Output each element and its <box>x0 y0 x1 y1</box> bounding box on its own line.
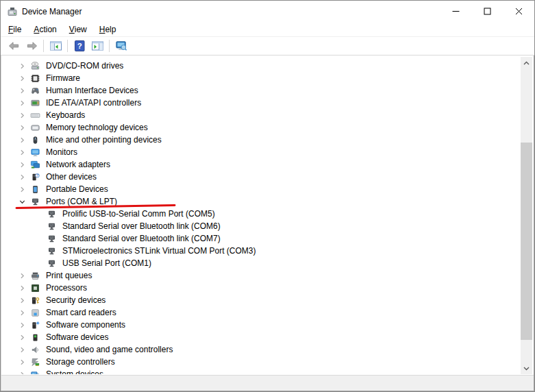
menu-item-view[interactable]: View <box>63 22 93 36</box>
back-button[interactable] <box>5 38 23 54</box>
menu-item-action[interactable]: Action <box>27 22 62 36</box>
tree-item[interactable]: IDE ATA/ATAPI controllers <box>1 97 521 109</box>
tree-item[interactable]: ?Other devices <box>1 171 521 183</box>
chevron-right-icon[interactable] <box>15 97 29 108</box>
chevron-right-icon[interactable] <box>15 184 29 195</box>
tree-item-label: Portable Devices <box>45 184 110 194</box>
printer-icon <box>29 270 41 281</box>
ide-controller-icon <box>29 97 41 108</box>
tree-item[interactable]: Standard Serial over Bluetooth link (COM… <box>1 220 521 232</box>
tree-item[interactable]: Ports (COM & LPT) <box>1 195 521 208</box>
tree-item[interactable]: Security devices <box>1 294 521 306</box>
forward-icon <box>25 40 38 51</box>
tree-item[interactable]: Software devices <box>1 331 521 343</box>
tree-item[interactable]: Storage controllers <box>1 356 521 368</box>
serial-port-icon <box>45 221 58 232</box>
tree-item[interactable]: Firmware <box>1 72 521 84</box>
maximize-button[interactable] <box>471 1 503 22</box>
tree-item[interactable]: Sound, video and game controllers <box>1 343 521 356</box>
titlebar: Device Manager <box>1 1 534 22</box>
tree-item-label: Software components <box>45 320 127 330</box>
chevron-right-icon[interactable] <box>15 147 29 158</box>
tree-item[interactable]: Processors <box>1 282 521 294</box>
chevron-right-icon[interactable] <box>15 171 29 182</box>
chevron-right-icon[interactable] <box>15 270 29 281</box>
tree-item-label: Security devices <box>45 295 107 305</box>
chevron-right-icon[interactable] <box>15 282 29 293</box>
dvd-drive-icon <box>29 60 41 71</box>
tree-item-label: Smart card readers <box>45 308 118 317</box>
tree-item-label: Keyboards <box>45 110 86 120</box>
vertical-scrollbar[interactable] <box>521 57 532 374</box>
serial-port-icon <box>45 245 58 256</box>
scrollbar-thumb[interactable] <box>521 143 532 340</box>
tree-item-label: Network adapters <box>45 160 112 169</box>
serial-port-icon <box>45 233 58 244</box>
tree-item-label: Storage controllers <box>45 357 116 367</box>
tree-item[interactable]: Standard Serial over Bluetooth link (COM… <box>1 232 521 245</box>
tree-item[interactable]: System devices <box>1 368 521 374</box>
tree-item-label: USB Serial Port (COM1) <box>61 258 153 268</box>
tree-item[interactable]: Monitors <box>1 146 521 158</box>
chevron-right-icon[interactable] <box>15 85 29 96</box>
chevron-right-icon[interactable] <box>15 295 29 306</box>
tree-item-label: Ports (COM & LPT) <box>45 197 119 206</box>
help-button[interactable]: ? <box>71 38 88 54</box>
tree-item[interactable]: Portable Devices <box>1 183 521 195</box>
chevron-right-icon[interactable] <box>15 122 29 133</box>
close-button[interactable] <box>503 1 534 22</box>
tree-item[interactable]: USB Serial Port (COM1) <box>1 257 521 269</box>
serial-port-icon <box>29 196 41 207</box>
processor-icon <box>29 282 41 293</box>
chevron-right-icon[interactable] <box>15 134 29 145</box>
tree-item[interactable]: Software components <box>1 319 521 331</box>
chevron-right-icon[interactable] <box>15 60 29 71</box>
tree-item-label: Sound, video and game controllers <box>45 345 174 354</box>
toolbar-separator <box>67 40 68 52</box>
tree-item-label: Processors <box>45 283 88 293</box>
forward-button[interactable] <box>23 38 40 54</box>
chevron-right-icon[interactable] <box>15 332 29 343</box>
scan-hardware-icon <box>115 40 128 51</box>
minimize-button[interactable] <box>440 1 471 22</box>
chevron-right-icon[interactable] <box>15 369 29 374</box>
tree-item[interactable]: Mice and other pointing devices <box>1 134 521 146</box>
tree-item[interactable]: Prolific USB-to-Serial Comm Port (COM5) <box>1 208 521 220</box>
show-hide-action-pane-button[interactable] <box>88 38 106 54</box>
chevron-right-icon[interactable] <box>15 159 29 170</box>
chevron-right-icon[interactable] <box>15 73 29 84</box>
chevron-right-icon[interactable] <box>15 307 29 318</box>
speaker-icon <box>29 344 41 355</box>
tree-item[interactable]: Keyboards <box>1 109 521 121</box>
chevron-right-icon[interactable] <box>15 344 29 355</box>
indent-spacer <box>32 258 45 269</box>
menu-item-file[interactable]: File <box>2 22 27 36</box>
scroll-up-button[interactable] <box>521 57 532 69</box>
chevron-right-icon[interactable] <box>15 356 29 367</box>
tree-item[interactable]: Network adapters <box>1 158 521 171</box>
chevron-down-icon <box>523 367 530 371</box>
tree-item[interactable]: Human Interface Devices <box>1 84 521 97</box>
tree-item[interactable]: DVD/CD-ROM drives <box>1 60 521 72</box>
tree-item-label: Prolific USB-to-Serial Comm Port (COM5) <box>61 209 216 219</box>
scroll-down-button[interactable] <box>521 363 532 374</box>
chevron-down-icon[interactable] <box>15 196 29 207</box>
tree-item-label: Print queues <box>45 271 93 280</box>
back-icon <box>8 40 21 51</box>
software-device-icon <box>29 332 41 343</box>
device-manager-window: Device Manager FileActionViewHelp ? <box>0 0 535 392</box>
menu-item-help[interactable]: Help <box>93 22 123 36</box>
window-title: Device Manager <box>22 6 440 16</box>
maximize-icon <box>484 8 491 15</box>
tree-item[interactable]: Print queues <box>1 269 521 282</box>
tree-item-label: Human Interface Devices <box>45 86 140 95</box>
mouse-icon <box>29 134 41 145</box>
tree-item[interactable]: STMicroelectronics STLink Virtual COM Po… <box>1 245 521 257</box>
scan-for-hardware-changes-button[interactable] <box>112 38 130 54</box>
svg-text:?: ? <box>77 42 82 50</box>
chevron-right-icon[interactable] <box>15 319 29 330</box>
tree-item[interactable]: Smart card readers <box>1 306 521 319</box>
show-hide-console-tree-button[interactable] <box>47 38 64 54</box>
tree-item[interactable]: Memory technology devices <box>1 121 521 134</box>
chevron-right-icon[interactable] <box>15 110 29 121</box>
